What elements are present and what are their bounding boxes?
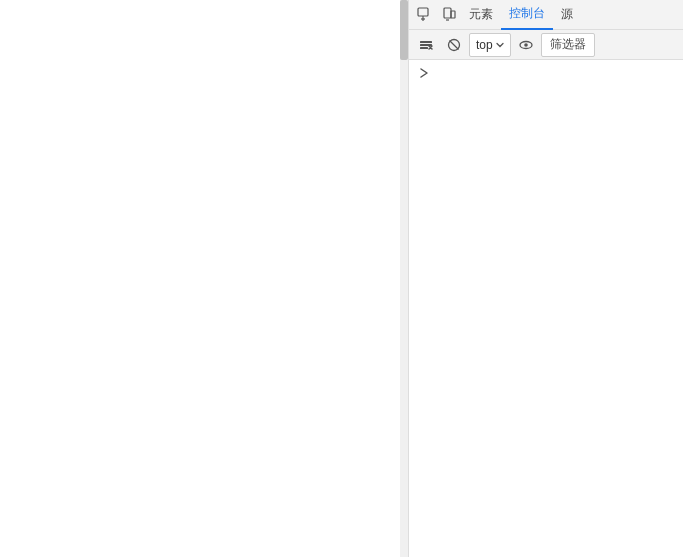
console-toolbar: top 筛选器 [409, 30, 683, 60]
tab-source[interactable]: 源 [553, 0, 581, 30]
inspect-tab-icon[interactable] [416, 6, 434, 24]
svg-rect-4 [420, 41, 432, 43]
page-content-panel [0, 0, 408, 557]
svg-point-10 [524, 43, 528, 47]
svg-rect-0 [418, 8, 428, 16]
tab-bar: 元素 控制台 源 [409, 0, 683, 30]
block-button[interactable] [441, 33, 467, 57]
scrollbar-thumb[interactable] [400, 0, 408, 60]
device-tab-icon[interactable] [440, 6, 458, 24]
svg-rect-6 [420, 47, 428, 49]
context-dropdown[interactable]: top [469, 33, 511, 57]
svg-line-8 [450, 40, 459, 49]
filter-button[interactable]: 筛选器 [541, 33, 595, 57]
chevron-down-icon [496, 41, 504, 49]
devtools-panel: 元素 控制台 源 [408, 0, 683, 557]
tab-console[interactable]: 控制台 [501, 0, 553, 30]
clear-console-button[interactable] [413, 33, 439, 57]
scrollbar-track[interactable] [400, 0, 408, 557]
app-layout: 元素 控制台 源 [0, 0, 683, 557]
tab-elements[interactable]: 元素 [461, 0, 501, 30]
svg-rect-1 [444, 8, 451, 18]
chevron-right-icon [417, 66, 431, 80]
expand-row[interactable] [409, 64, 683, 82]
visibility-button[interactable] [513, 33, 539, 57]
svg-rect-2 [451, 11, 455, 18]
svg-rect-5 [420, 44, 432, 46]
console-content [409, 60, 683, 557]
